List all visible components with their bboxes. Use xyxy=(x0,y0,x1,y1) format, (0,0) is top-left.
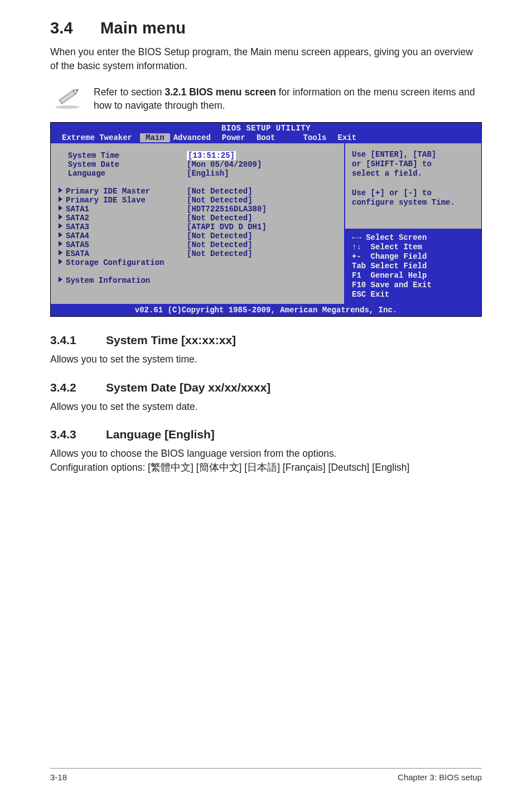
bios-nav-item: Tab Select Field xyxy=(352,262,477,271)
bios-nav-item: ←→ Select Screen xyxy=(352,233,477,243)
note-callout: Refer to section 3.2.1 BIOS menu screen … xyxy=(50,86,482,112)
bios-row[interactable]: Storage Configuration xyxy=(59,258,338,267)
intro-paragraph: When you enter the BIOS Setup program, t… xyxy=(50,45,482,73)
bios-row-label: Storage Configuration xyxy=(59,258,187,267)
bios-row-label: Language xyxy=(59,169,187,178)
bios-row[interactable]: Primary IDE Slave[Not Detected] xyxy=(59,196,338,205)
bios-row[interactable]: SATA3[ATAPI DVD D DH1] xyxy=(59,223,338,231)
subsection-number: 3.4.3 xyxy=(50,428,106,441)
subsection-body: Allows you to set the system time. xyxy=(50,352,482,366)
bios-row[interactable]: SATA5[Not Detected] xyxy=(59,240,338,249)
section-title-text: Main menu xyxy=(100,19,186,37)
bios-row-label: System Information xyxy=(59,276,187,285)
bios-row-value: [Not Detected] xyxy=(187,196,253,205)
bios-row[interactable]: Primary IDE Master[Not Detected] xyxy=(59,187,338,196)
bios-row[interactable]: SATA4[Not Detected] xyxy=(59,231,338,240)
bios-row xyxy=(59,267,338,276)
bios-main-panel: System Time[13:51:25] System Date[Mon 05… xyxy=(51,143,345,304)
bios-row[interactable]: System Date[Mon 05/04/2009] xyxy=(59,160,338,169)
svg-point-0 xyxy=(55,105,80,109)
section-number: 3.4 xyxy=(50,19,100,37)
section-heading: 3.4Main menu xyxy=(50,19,482,37)
chapter-label: Chapter 3: BIOS setup xyxy=(398,772,482,782)
bios-footer: v02.61 (C)Copyright 1985-2009, American … xyxy=(51,304,481,316)
bios-nav-item: F1 General Help xyxy=(352,271,477,281)
bios-row-label: SATA2 xyxy=(59,214,187,223)
bios-row-label: SATA5 xyxy=(59,240,187,249)
triangle-icon xyxy=(59,277,62,282)
triangle-icon xyxy=(59,205,62,211)
triangle-icon xyxy=(59,259,62,264)
note-bold: 3.2.1 BIOS menu screen xyxy=(165,86,275,98)
bios-row-value: [Mon 05/04/2009] xyxy=(187,160,262,169)
bios-row-label: Primary IDE Slave xyxy=(59,196,187,205)
bios-row[interactable]: SATA2[Not Detected] xyxy=(59,214,338,223)
page-number: 3-18 xyxy=(50,772,67,782)
subsection-heading: 3.4.3Language [English] xyxy=(50,428,482,441)
bios-row-value: [English] xyxy=(187,169,229,178)
bios-tab-power[interactable]: Power xyxy=(219,133,253,142)
bios-row-value: [Not Detected] xyxy=(187,231,253,240)
bios-row[interactable]: System Information xyxy=(59,276,338,285)
triangle-icon xyxy=(59,223,62,229)
bios-tab-advanced[interactable]: Advanced xyxy=(170,133,219,142)
bios-row xyxy=(59,178,338,187)
bios-nav-item: +- Change Field xyxy=(352,252,477,262)
bios-tab-extreme[interactable]: Extreme Tweaker xyxy=(59,133,140,142)
bios-nav-legend: ←→ Select Screen↑↓ Select Item+- Change … xyxy=(345,229,481,305)
subsection-body: Allows you to choose the BIOS language v… xyxy=(50,447,482,474)
subsection-title: System Date [Day xx/xx/xxxx] xyxy=(106,381,270,394)
subsection-number: 3.4.1 xyxy=(50,334,106,347)
subsection-title: Language [English] xyxy=(106,428,215,441)
bios-tab-boot[interactable]: Boot xyxy=(253,133,283,142)
note-text: Refer to section 3.2.1 BIOS menu screen … xyxy=(94,86,482,112)
bios-row-value: [13:51:25] xyxy=(187,151,236,160)
bios-row-label: System Date xyxy=(59,160,187,169)
bios-row-value: [Not Detected] xyxy=(187,187,253,196)
bios-screenshot: BIOS SETUP UTILITY Extreme Tweaker Main … xyxy=(50,122,482,317)
bios-row[interactable]: System Time[13:51:25] xyxy=(59,151,338,160)
triangle-icon xyxy=(59,214,62,220)
page-footer: 3-18 Chapter 3: BIOS setup xyxy=(50,772,482,782)
subsection-body: Allows you to set the system date. xyxy=(50,400,482,414)
bios-tab-tools[interactable]: Tools xyxy=(299,133,334,142)
triangle-icon xyxy=(59,187,62,193)
bios-row[interactable]: Language[English] xyxy=(59,169,338,178)
bios-row-label: ESATA xyxy=(59,249,187,258)
bios-tab-exit[interactable]: Exit xyxy=(335,133,365,142)
bios-row-value: [Not Detected] xyxy=(187,249,253,258)
bios-header: BIOS SETUP UTILITY xyxy=(51,123,481,133)
subsection-title: System Time [xx:xx:xx] xyxy=(106,334,236,346)
triangle-icon xyxy=(59,241,62,247)
bios-row[interactable]: ESATA[Not Detected] xyxy=(59,249,338,258)
subsection-number: 3.4.2 xyxy=(50,381,106,394)
bios-row-label: SATA1 xyxy=(59,205,187,214)
bios-row-label: System Time xyxy=(59,151,187,160)
bios-row-label xyxy=(59,178,187,187)
bios-row-label: SATA3 xyxy=(59,223,187,231)
subsection-heading: 3.4.1System Time [xx:xx:xx] xyxy=(50,334,482,347)
triangle-icon xyxy=(59,250,62,255)
bios-help-panel: Use [ENTER], [TAB] or [SHIFT-TAB] to sel… xyxy=(345,143,481,304)
bios-row-value: [ATAPI DVD D DH1] xyxy=(187,223,267,231)
subsection-heading: 3.4.2System Date [Day xx/xx/xxxx] xyxy=(50,381,482,394)
bios-row-value: [Not Detected] xyxy=(187,240,253,249)
bios-tab-main[interactable]: Main xyxy=(140,133,170,142)
bios-nav-item: ESC Exit xyxy=(352,290,477,299)
bios-nav-item: ↑↓ Select Item xyxy=(352,243,477,252)
bios-tab-bar: Extreme Tweaker Main Advanced Power Boot… xyxy=(51,133,481,143)
triangle-icon xyxy=(59,232,62,238)
bios-row-value: [Not Detected] xyxy=(187,214,253,223)
bios-row-label: SATA4 xyxy=(59,231,187,240)
pencil-icon xyxy=(54,86,81,112)
triangle-icon xyxy=(59,196,62,202)
bios-row-value: [HDT722516DLA380] xyxy=(187,205,267,214)
bios-row-label: Primary IDE Master xyxy=(59,187,187,196)
bios-nav-item: F10 Save and Exit xyxy=(352,281,477,290)
bios-help-text: Use [ENTER], [TAB] or [SHIFT-TAB] to sel… xyxy=(352,150,476,207)
bios-row-label xyxy=(59,267,187,276)
bios-row[interactable]: SATA1[HDT722516DLA380] xyxy=(59,205,338,214)
